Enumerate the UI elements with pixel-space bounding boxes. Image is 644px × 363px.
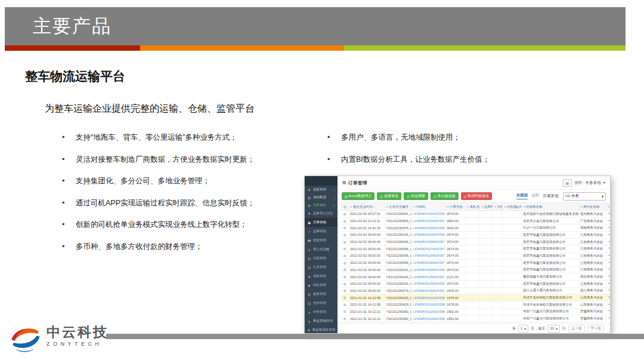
cell[interactable]: LFWSRXSJ1M1F05873 [412, 294, 445, 302]
sidebar-item[interactable]: ●评价管理 [305, 307, 338, 316]
sidebar-item[interactable]: ✓运单审核 [305, 227, 338, 236]
cell: 2021-02-02 09:00:00 [349, 273, 385, 281]
cell[interactable]: LFWSRXSJXM1F05872 [412, 301, 445, 308]
table-row[interactable]: ⚙2021-02-02 09:00:00YS2101250079_001LFWS… [342, 287, 611, 294]
menu-icon: ▥ [307, 257, 311, 260]
column-header[interactable]: ▼发运起始地名称 [606, 203, 611, 211]
row-gear-icon[interactable]: ⚙ [342, 245, 349, 253]
sidebar-item[interactable]: ▨板车管理 [305, 290, 338, 299]
sidebar-item-label: 订单管理 [313, 220, 326, 224]
cell: 江西商务代表处 [579, 245, 606, 253]
toolbar-button[interactable]: ▤Excel数据导入 [342, 192, 374, 200]
page-size-select[interactable]: 30 ▾ [547, 325, 560, 333]
column-header[interactable]: ▼仓库作业编号 [385, 203, 412, 211]
company-logo: 中云科技 ZONYTECH [8, 325, 109, 352]
table-row[interactable]: ⚙2021-02-02 09:00:00YS2101250096_002LFWS… [342, 245, 611, 253]
cell[interactable]: LFWSRXSJ5M1F05178 [412, 287, 445, 294]
next-page-button[interactable]: 下一页 [587, 325, 604, 333]
column-header[interactable]: ▼经销商名称 [522, 203, 579, 211]
sidebar-item[interactable]: ◆回款管理 [305, 281, 338, 290]
cell[interactable]: LFWSRXSJ9M1F05748 [412, 259, 445, 266]
base-select[interactable]: CC-长春 ▾ [563, 192, 606, 201]
cell[interactable]: LFWSRXSJ0M1F05587 [412, 224, 445, 232]
table-row[interactable]: ⚙2021-02-03 13:12:11YS2101250559_001LFWS… [342, 217, 611, 224]
cell[interactable]: LFWSRXSJ2M1F05807 [412, 308, 445, 315]
table-row[interactable]: ⚙2021-02-02 14:32:25YS2101250475_001LFWS… [342, 224, 611, 232]
sidebar-item[interactable]: ▦业务操作∨ [305, 201, 338, 209]
cell [493, 287, 503, 294]
table-row[interactable]: ⚙2021-01-31 10:12:21YS2101250082_001LFWS… [342, 315, 611, 322]
table-row[interactable]: ⚙2021-02-02 09:00:00YS2101250095_001LFWS… [342, 259, 611, 266]
table-row[interactable]: ⚙2021-01-31 14:12:58YS2101250429_002LFWS… [342, 294, 611, 302]
tab-未跟踪[interactable]: 未跟踪 [516, 193, 528, 199]
prev-page-button[interactable]: 上一页 [568, 325, 585, 333]
cell [480, 280, 493, 287]
cell: 一汽贸易公司储运分 [606, 253, 611, 260]
row-gear-icon[interactable]: ⚙ [342, 308, 349, 315]
sidebar-item[interactable]: ✚事故车保险管理 [305, 325, 338, 333]
row-gear-icon[interactable]: ⚙ [342, 280, 349, 287]
toolbar-button[interactable]: ◫取消司机派送 [461, 192, 493, 200]
table-row[interactable]: ⚙2021-02-02 09:00:00YS2101250096_003LFWS… [342, 238, 611, 245]
page-select[interactable]: 1 ▾ [518, 325, 528, 333]
row-gear-icon[interactable]: ⚙ [342, 253, 349, 260]
cell: YS2101250015_001 [385, 232, 412, 239]
cell[interactable]: LFWSRXSJ5M1F05732 [412, 273, 445, 281]
sidebar-item[interactable]: ■保险管理 [305, 272, 338, 281]
sidebar-item[interactable]: ▧仓库管理 [305, 263, 338, 272]
table-row[interactable]: ⚙2021-02-02 09:00:00YS2101250016_001LFWS… [342, 280, 611, 287]
row-gear-icon[interactable]: ⚙ [342, 273, 349, 281]
cell[interactable]: LFWSRXSJ6M1F05450 [412, 266, 445, 273]
table-row[interactable]: ⚙2021-02-02 09:00:00YS2101250430_001LFWS… [342, 273, 611, 281]
cell[interactable]: LFWSRXSJXM1F05449 [412, 280, 445, 287]
table-row[interactable]: ⚙2021-01-31 10:12:21YS2101250082_002LFWS… [342, 308, 611, 315]
toolbar-button[interactable]: ◫转运调整 [404, 192, 428, 200]
row-gear-icon[interactable]: ⚙ [342, 287, 349, 294]
cell[interactable]: LFWSRXSJ0M1F05731 [412, 217, 445, 224]
cell[interactable]: LFWSRXSJ0M1F05602 [412, 232, 445, 239]
column-header[interactable]: ▼最近送达时间 ↓ [349, 203, 385, 211]
toolbar-button[interactable]: ◫批量派送 [377, 192, 401, 200]
sidebar-item-label: 保险管理 [313, 274, 326, 278]
table-row[interactable]: ⚙2021-02-02 09:00:00YS2101250101_001LFWS… [342, 266, 611, 273]
toolbar-button[interactable]: ◫非公路运输 [431, 192, 459, 200]
cell[interactable]: LFWSRXSJXM1F05029 [412, 211, 445, 218]
column-header[interactable]: ▼商代处名称 [579, 203, 606, 211]
column-header[interactable]: ▼司机确认时间 [503, 203, 522, 211]
row-gear-icon[interactable]: ⚙ [342, 224, 349, 232]
user-menu[interactable]: ▦ 张程 - 长春基地 ▾ [563, 179, 605, 187]
row-gear-icon[interactable]: ⚙ [342, 211, 349, 218]
row-gear-icon[interactable]: ⚙ [342, 259, 349, 266]
row-gear-icon[interactable]: ⚙ [342, 266, 349, 273]
column-header[interactable]: ▼计费里程 [445, 203, 466, 211]
column-header[interactable]: ▼车队名称 [466, 203, 480, 211]
tab-全部[interactable]: 全部 [531, 193, 539, 199]
cell[interactable]: LFWSRXSJ9M1F05734 [412, 238, 445, 245]
column-header[interactable]: ▼VIN码 [412, 203, 445, 211]
sidebar-item[interactable]: ▤基础数据‹ [305, 193, 338, 201]
sidebar-item[interactable]: ▥司机管理 [305, 254, 338, 263]
column-header[interactable]: ▼运单时间 [480, 203, 493, 211]
sidebar-item[interactable]: ⚑运单导入日志 [305, 209, 338, 218]
table-row[interactable]: ⚙2021-02-02 09:00:00YS2101250015_001LFWS… [342, 232, 611, 239]
row-gear-icon[interactable]: ⚙ [342, 232, 349, 239]
sidebar-item[interactable]: ▤合同管理 [305, 299, 338, 307]
app-main: ▤ 订单管理 ▦ 张程 - 长春基地 ▾ ▤Excel数据导入◫批量派送◫转运调… [338, 176, 610, 333]
row-gear-icon[interactable]: ⚙ [342, 301, 349, 308]
table-row[interactable]: ⚙2021-02-03 15:07:51YS2101250641_001LFWS… [342, 211, 611, 218]
sidebar-item[interactable]: ◎零公里运输 [305, 245, 338, 254]
table-row[interactable]: ⚙2021-01-31 14:12:58YS2101250429_001LFWS… [342, 301, 611, 308]
row-gear-icon[interactable]: ⚙ [342, 294, 349, 302]
sidebar-item[interactable]: ⚙系统管理‹ [305, 186, 338, 193]
cell[interactable]: LFWSRXSJ7M1F05733 [412, 245, 445, 253]
table-row[interactable]: ⚙2021-02-02 09:00:00YS2101250096_001LFWS… [342, 253, 611, 260]
row-gear-icon[interactable]: ⚙ [342, 238, 349, 245]
sidebar-item[interactable]: ☎调度管理 [305, 236, 338, 245]
cell[interactable]: LFWSRXSJ0M1F05806 [412, 315, 445, 322]
row-gear-icon[interactable]: ⚙ [342, 315, 349, 322]
row-gear-icon[interactable]: ⚙ [342, 217, 349, 224]
sidebar-item[interactable]: ▲事故车辆管理 [305, 316, 338, 325]
column-header[interactable]: ▼司机 [493, 203, 503, 211]
cell[interactable]: LFWSRXSJ0M1F05735 [412, 253, 445, 260]
sidebar-item[interactable]: ▣订单管理 [305, 218, 338, 227]
